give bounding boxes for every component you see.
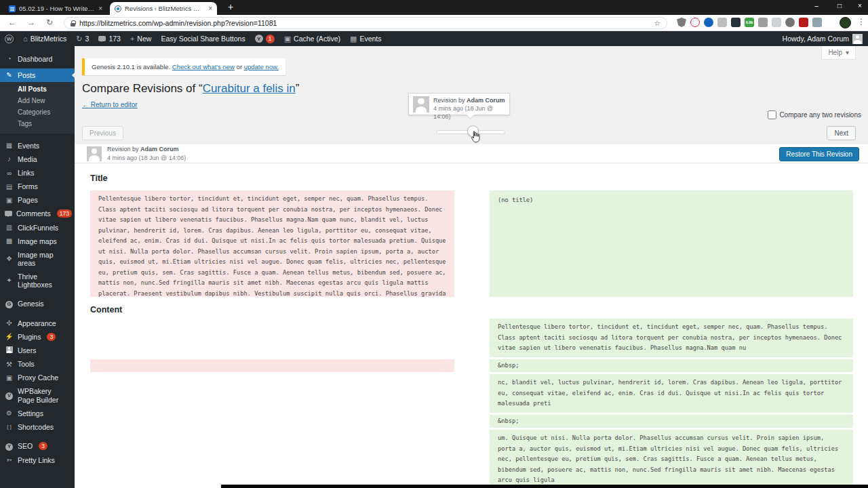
extension-icon[interactable] xyxy=(758,18,768,27)
image-map-areas-icon: ❖ xyxy=(5,255,14,263)
seo-count-badge: 3 xyxy=(39,442,47,450)
plugins-count-badge: 3 xyxy=(47,333,56,341)
sidebar-item-clickfunnels[interactable]: ▥ClickFunnels xyxy=(0,221,75,235)
sidebar-item-genesis[interactable]: GGenesis xyxy=(0,297,75,311)
sidebar-item-posts[interactable]: ✎Posts xyxy=(0,68,75,82)
comments-menu[interactable]: 173 xyxy=(94,31,125,46)
cache-menu[interactable]: ▣Cache (Active) xyxy=(279,31,345,46)
sidebar-item-thrive-lightboxes[interactable]: ✦Thrive Lightboxes xyxy=(0,270,75,291)
sidebar-item-seo[interactable]: YSEO3 xyxy=(0,439,75,453)
submenu-item-categories[interactable]: Categories xyxy=(0,106,75,118)
sidebar-item-pretty-links[interactable]: ➳Pretty Links xyxy=(0,453,75,467)
posts-icon: ✎ xyxy=(5,71,14,79)
wp-logo-menu[interactable]: W xyxy=(0,31,18,46)
extension-icon[interactable] xyxy=(772,18,781,27)
window-maximize-button[interactable]: □ xyxy=(830,2,849,9)
sidebar-item-wpbakery[interactable]: VWPBakery Page Builder xyxy=(0,384,75,406)
users-icon xyxy=(6,346,13,353)
extensions-area: 6.8k xyxy=(677,18,822,27)
extension-icon[interactable] xyxy=(799,18,808,27)
events-menu[interactable]: ▦Events xyxy=(345,31,387,46)
submenu-item-tags[interactable]: Tags xyxy=(0,118,75,129)
dashboard-icon: ◔ xyxy=(5,55,14,63)
revision-tooltip: Revision by Adam Corum4 mins ago (18 Jun… xyxy=(408,93,510,115)
title-new-text: (no title) xyxy=(490,190,853,297)
whats-new-link[interactable]: Check out what's new xyxy=(172,63,235,70)
thrive-icon: ✦ xyxy=(5,277,14,285)
sidebar-item-links[interactable]: ∞Links xyxy=(0,166,75,180)
compare-two-revisions-checkbox[interactable] xyxy=(768,110,776,119)
browser-profile-avatar[interactable] xyxy=(840,17,851,28)
content-new-row: &nbsp; xyxy=(490,415,853,428)
yoast-seo-menu[interactable]: Y1 xyxy=(250,31,279,46)
new-tab-button[interactable]: + xyxy=(228,1,233,12)
sidebar-item-settings[interactable]: ⚙Settings xyxy=(0,407,75,420)
sidebar-item-users[interactable]: Users xyxy=(0,344,75,358)
help-tab[interactable]: Help▾ xyxy=(821,46,856,60)
browser-menu-icon[interactable]: ⋮ xyxy=(857,17,865,26)
extension-icon[interactable] xyxy=(785,18,795,27)
back-icon[interactable]: ← xyxy=(8,18,16,27)
content-new-row: Pellentesque libero tortor, tincidunt et… xyxy=(490,319,853,357)
yoast-icon: Y xyxy=(255,35,263,43)
sidebar-item-plugins[interactable]: ⚡Plugins3 xyxy=(0,330,75,344)
my-account-menu[interactable]: Howdy, Adam Corum xyxy=(783,34,868,44)
forward-icon[interactable]: → xyxy=(27,18,35,27)
extension-icon[interactable] xyxy=(677,18,686,27)
post-title-link[interactable]: Curabitur a felis in xyxy=(203,82,296,95)
site-menu[interactable]: ⌂BlitzMetrics xyxy=(18,31,71,46)
restore-this-revision-button[interactable]: Restore This Revision xyxy=(779,147,859,161)
previous-button[interactable]: Previous xyxy=(82,126,123,140)
tab-close-icon[interactable]: × xyxy=(208,5,212,12)
sidebar-item-dashboard[interactable]: ◔Dashboard xyxy=(0,52,75,66)
window-close-button[interactable]: × xyxy=(850,2,868,9)
reload-icon[interactable]: ↻ xyxy=(46,18,53,27)
sidebar-item-pages[interactable]: ▣Pages xyxy=(0,193,75,207)
extension-icon[interactable] xyxy=(704,18,713,27)
sidebar-item-tools[interactable]: ⚒Tools xyxy=(0,357,75,371)
media-icon: ♪ xyxy=(5,155,14,163)
cache-icon: ▣ xyxy=(284,35,291,43)
content-new-row: nc, blandit vel, luctus pulvinar, hendre… xyxy=(490,374,853,413)
appearance-icon: ✣ xyxy=(5,319,14,327)
extension-icon[interactable] xyxy=(812,18,822,27)
sidebar-item-forms[interactable]: ▤Forms xyxy=(0,180,75,193)
extension-icon[interactable] xyxy=(731,18,741,27)
calendar-icon: ▦ xyxy=(5,142,14,150)
submenu-item-add-new[interactable]: Add New xyxy=(0,95,75,106)
revision-meta-row: Revision by Adam Corum4 mins ago (18 Jun… xyxy=(75,144,868,163)
sidebar-item-image-map-areas[interactable]: ❖Image map areas xyxy=(0,248,75,270)
sidebar-item-events[interactable]: ▦Events xyxy=(0,139,75,152)
next-button[interactable]: Next xyxy=(827,126,856,140)
seo-icon: Y xyxy=(5,443,13,451)
submenu-item-all-posts[interactable]: All Posts xyxy=(0,83,75,95)
admin-content-area: Help▾ Genesis 2.10.1 is available. Check… xyxy=(75,46,868,488)
window-minimize-button[interactable]: – xyxy=(807,2,826,9)
return-to-editor-link[interactable]: ← Return to editor xyxy=(82,101,138,108)
extension-icon[interactable] xyxy=(690,18,700,27)
posts-submenu: All Posts Add New Categories Tags xyxy=(0,82,75,134)
browser-tab-2-active[interactable]: Revisions ‹ BlitzMetrics — WordP × xyxy=(110,2,217,15)
revision-author: Adam Corum xyxy=(467,97,505,104)
sidebar-item-shortcodes[interactable]: [ ]Shortcodes xyxy=(0,420,75,434)
sidebar-item-media[interactable]: ♪Media xyxy=(0,152,75,166)
extension-icon[interactable] xyxy=(717,18,727,27)
sidebar-item-appearance[interactable]: ✣Appearance xyxy=(0,317,75,330)
user-avatar xyxy=(852,34,863,44)
bookmark-star-icon[interactable]: ☆ xyxy=(654,19,660,28)
address-bar[interactable]: https://blitzmetrics.com/wp-admin/revisi… xyxy=(64,17,667,29)
sidebar-item-image-maps[interactable]: ▩Image maps xyxy=(0,235,75,248)
sidebar-item-comments[interactable]: Comments173 xyxy=(0,207,75,220)
lock-icon xyxy=(71,20,75,26)
essb-menu[interactable]: Easy Social Share Buttons xyxy=(156,31,250,46)
new-content-menu[interactable]: +New xyxy=(125,31,156,46)
update-now-link[interactable]: update now. xyxy=(244,63,279,70)
tab-close-icon[interactable]: × xyxy=(98,5,102,12)
content-old-removed-line xyxy=(90,359,454,372)
updates-menu[interactable]: ↻3 xyxy=(71,31,94,46)
tools-icon: ⚒ xyxy=(5,361,14,369)
sidebar-item-proxy-cache[interactable]: ▣Proxy Cache xyxy=(0,371,75,384)
content-new-column: Pellentesque libero tortor, tincidunt et… xyxy=(490,319,853,488)
revisions-diff-panel: Revision by Adam Corum4 mins ago (18 Jun… xyxy=(75,144,868,488)
browser-tab-1[interactable]: 05.02.19 - How To Write For Face × xyxy=(4,2,107,15)
